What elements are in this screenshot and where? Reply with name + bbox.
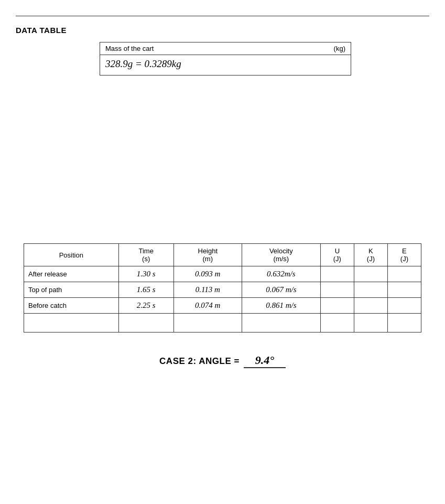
row3-height [173,314,242,333]
col-header-time: Time (s) [118,244,173,266]
mass-label: Mass of the cart [105,45,154,52]
table-row: Top of path 1.65 s 0.113 m 0.067 m/s [24,282,421,298]
table-row-empty [24,314,421,333]
col-header-e: E (J) [387,244,421,266]
row3-u [320,314,354,333]
row0-e [387,266,421,282]
row2-height: 0.074 m [173,298,242,314]
table-row: After release 1.30 s 0.093 m 0.632m/s [24,266,421,282]
row1-position: Top of path [24,282,119,298]
row1-time: 1.65 s [118,282,173,298]
row3-time [118,314,173,333]
col-header-u: U (J) [320,244,354,266]
row1-height: 0.113 m [173,282,242,298]
top-divider [16,16,429,16]
table-header-row: Position Time (s) Height (m) Velocity (m… [24,244,421,266]
angle-value: 9.4° [244,353,286,368]
row0-time: 1.30 s [118,266,173,282]
row0-position: After release [24,266,119,282]
row1-velocity: 0.067 m/s [242,282,320,298]
row3-k [354,314,387,333]
row2-e [387,298,421,314]
mass-table-wrapper: Mass of the cart (kg) 328.9g = 0.3289kg [100,42,429,76]
row2-time: 2.25 s [118,298,173,314]
data-table: Position Time (s) Height (m) Velocity (m… [24,243,421,333]
col-header-k: K (J) [354,244,387,266]
row1-e [387,282,421,298]
row2-u [320,298,354,314]
row1-u [320,282,354,298]
mass-value: 328.9g = 0.3289kg [100,55,351,75]
col-header-position: Position [24,244,119,266]
row0-height: 0.093 m [173,266,242,282]
data-table-wrapper: Position Time (s) Height (m) Velocity (m… [24,243,421,333]
mass-table: Mass of the cart (kg) 328.9g = 0.3289kg [100,42,351,76]
case-angle-section: CASE 2: ANGLE = 9.4° [16,353,429,368]
row0-k [354,266,387,282]
section-title: DATA TABLE [16,26,429,35]
row3-position [24,314,119,333]
row1-k [354,282,387,298]
row2-position: Before catch [24,298,119,314]
row3-velocity [242,314,320,333]
col-header-velocity: Velocity (m/s) [242,244,320,266]
row0-velocity: 0.632m/s [242,266,320,282]
table-row: Before catch 2.25 s 0.074 m 0.861 m/s [24,298,421,314]
case-label: CASE 2: ANGLE = [159,356,240,367]
mass-table-header: Mass of the cart (kg) [100,42,351,55]
row2-velocity: 0.861 m/s [242,298,320,314]
row3-e [387,314,421,333]
row0-u [320,266,354,282]
mass-unit: (kg) [334,45,345,52]
row2-k [354,298,387,314]
col-header-height: Height (m) [173,244,242,266]
